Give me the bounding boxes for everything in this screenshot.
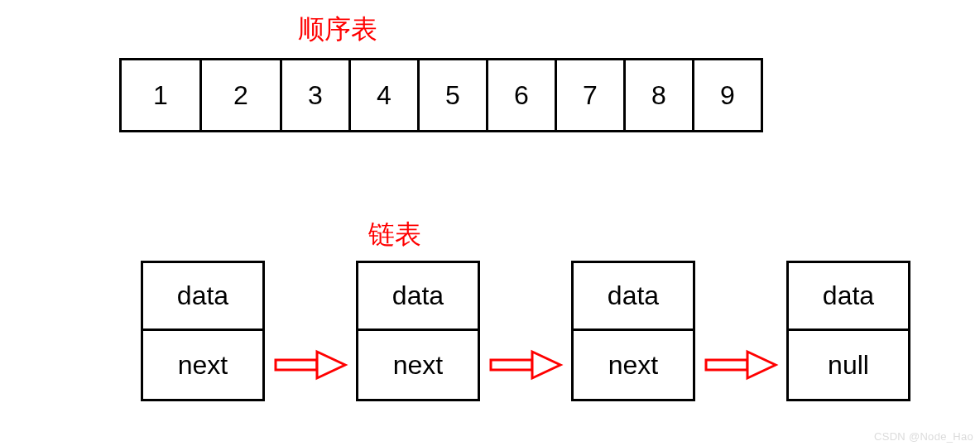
node-next-label: next	[143, 331, 262, 399]
arrow-right-icon	[480, 261, 571, 401]
svg-rect-2	[706, 360, 747, 370]
linked-list-title: 链表	[368, 217, 421, 253]
node-next-label: next	[574, 331, 693, 399]
node-data-label: data	[358, 263, 478, 331]
svg-rect-0	[276, 360, 317, 370]
seq-cell: 5	[417, 58, 488, 132]
node-data-label: data	[143, 263, 262, 331]
seq-cell: 2	[199, 58, 282, 132]
linked-list-row: data next data next data next	[141, 261, 910, 401]
sequential-list-table: 1 2 3 4 5 6 7 8 9	[119, 58, 763, 132]
node-next-label: next	[358, 331, 478, 399]
arrow-right-icon	[265, 261, 356, 401]
seq-cell: 9	[692, 58, 763, 132]
seq-cell: 1	[119, 58, 202, 132]
node-null-label: null	[789, 331, 908, 399]
svg-rect-1	[491, 360, 532, 370]
seq-cell: 4	[348, 58, 420, 132]
seq-cell: 3	[280, 58, 351, 132]
seq-cell: 6	[486, 58, 557, 132]
linked-list-node: data next	[356, 261, 480, 401]
node-data-label: data	[574, 263, 693, 331]
seq-cell: 7	[555, 58, 626, 132]
watermark-text: CSDN @Node_Hao	[874, 430, 973, 443]
arrow-right-icon	[695, 261, 786, 401]
linked-list-node: data next	[571, 261, 695, 401]
linked-list-node: data null	[786, 261, 910, 401]
node-data-label: data	[789, 263, 908, 331]
sequential-list-title: 顺序表	[298, 12, 377, 48]
seq-cell: 8	[623, 58, 694, 132]
linked-list-node: data next	[141, 261, 265, 401]
